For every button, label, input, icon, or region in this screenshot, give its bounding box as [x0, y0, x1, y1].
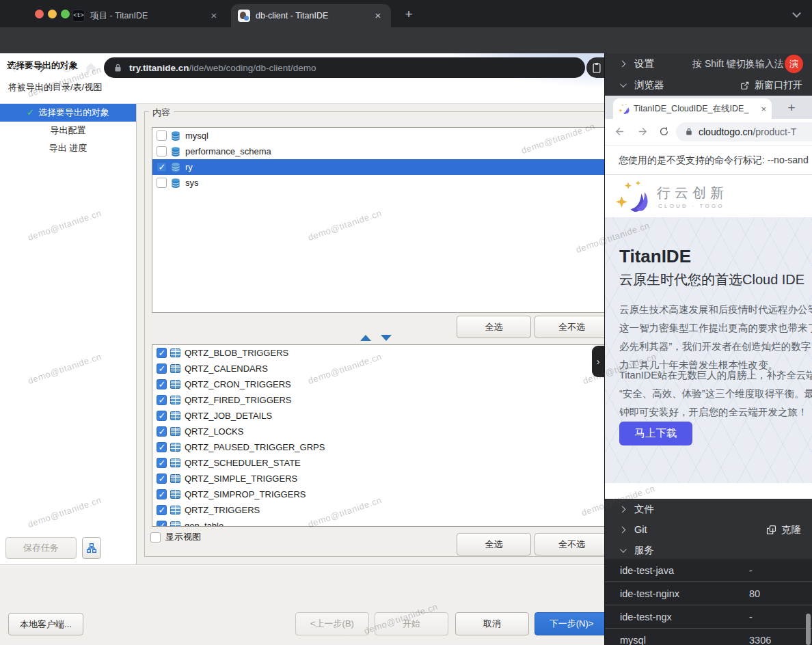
- new-tab-button[interactable]: +: [783, 99, 800, 117]
- task-tree-button[interactable]: [82, 537, 101, 559]
- select-all-schemas-button[interactable]: 全选: [457, 316, 531, 338]
- table-icon: [170, 427, 180, 436]
- services-section-row[interactable]: 服务: [605, 540, 812, 560]
- home-icon[interactable]: [84, 61, 98, 74]
- checkbox-checked[interactable]: [157, 348, 167, 358]
- arrow-down-icon[interactable]: [381, 335, 392, 341]
- schema-row[interactable]: performance_schema: [152, 143, 608, 159]
- clone-button[interactable]: 克隆: [766, 523, 801, 536]
- brand-subtitle: CLOUD · TOGO: [658, 203, 725, 209]
- schema-name: ry: [185, 162, 193, 172]
- demo-badge[interactable]: 演: [785, 55, 803, 73]
- tab-db-client[interactable]: db-client - TitanIDE ×: [231, 4, 391, 27]
- service-name: ide-test-nginx: [620, 588, 679, 599]
- local-client-button[interactable]: 本地客户端...: [8, 613, 83, 635]
- select-none-schemas-button[interactable]: 全不选: [534, 316, 609, 338]
- schema-row[interactable]: sys: [152, 175, 608, 191]
- reload-icon[interactable]: [60, 61, 74, 74]
- checkbox-checked[interactable]: [157, 458, 167, 468]
- ide-sections: 文件 Git 克隆 服务 ide-test-java - ide-test: [605, 499, 812, 645]
- checkbox-checked[interactable]: [157, 162, 167, 172]
- table-name: gen_table: [185, 521, 224, 527]
- table-row[interactable]: QRTZ_BLOB_TRIGGERS: [152, 345, 608, 361]
- wizard-steps: ✓选择要导出的对象 导出配置 导出 进度 保存任务: [0, 104, 137, 564]
- clipboard-icon[interactable]: [591, 61, 603, 74]
- table-icon: [170, 443, 180, 452]
- checkbox-checked[interactable]: [157, 411, 167, 421]
- new-tab-button[interactable]: +: [401, 6, 417, 23]
- table-row[interactable]: QRTZ_LOCKS: [152, 424, 608, 439]
- schema-row-selected[interactable]: ry: [152, 159, 608, 175]
- checkbox-checked[interactable]: [157, 426, 167, 437]
- table-name: QRTZ_CALENDARS: [185, 363, 268, 374]
- next-button[interactable]: 下一步(N)>: [534, 612, 608, 635]
- reload-icon[interactable]: [658, 126, 670, 137]
- embedded-address-bar[interactable]: cloudtogo.cn/product-T: [676, 122, 812, 141]
- cancel-button[interactable]: 取消: [455, 612, 529, 635]
- close-icon[interactable]: ×: [761, 104, 766, 114]
- table-row[interactable]: QRTZ_PAUSED_TRIGGER_GRPS: [152, 439, 608, 455]
- forward-icon[interactable]: [637, 126, 649, 137]
- checkbox-checked[interactable]: [157, 474, 167, 484]
- select-all-tables-button[interactable]: 全选: [457, 533, 531, 555]
- checkbox-checked[interactable]: [157, 442, 167, 452]
- back-button[interactable]: <上一步(B): [295, 612, 369, 635]
- table-name: QRTZ_PAUSED_TRIGGER_GRPS: [185, 442, 325, 452]
- service-row[interactable]: ide-test-java -: [605, 559, 812, 582]
- files-section-row[interactable]: 文件: [605, 499, 812, 519]
- brand-name: 行云创新: [657, 184, 728, 202]
- git-section-row[interactable]: Git 克隆: [605, 519, 812, 540]
- forward-icon[interactable]: [34, 61, 48, 74]
- scrollbar-thumb[interactable]: [806, 614, 811, 645]
- table-row[interactable]: QRTZ_SIMPLE_TRIGGERS: [152, 471, 608, 486]
- close-icon[interactable]: ×: [208, 10, 220, 22]
- embedded-toolbar: cloudtogo.cn/product-T: [605, 119, 812, 145]
- checkbox[interactable]: [157, 178, 167, 188]
- table-row[interactable]: QRTZ_FIRED_TRIGGERS: [152, 392, 608, 408]
- checkbox[interactable]: [157, 131, 167, 141]
- checkbox-checked[interactable]: [157, 521, 167, 527]
- checkbox[interactable]: [157, 146, 167, 156]
- url-path: /ide/web/coding/db-client/demo: [189, 63, 316, 73]
- service-row[interactable]: ide-test-nginx 80: [605, 582, 812, 605]
- table-row[interactable]: QRTZ_CALENDARS: [152, 361, 608, 376]
- schema-row[interactable]: mysql: [152, 128, 608, 143]
- checkbox-checked[interactable]: [157, 489, 167, 499]
- save-task-button[interactable]: 保存任务: [5, 537, 77, 559]
- splitter-sash[interactable]: [360, 335, 392, 341]
- embedded-tab[interactable]: TitanIDE_CloudIDE_在线IDE_ ×: [613, 98, 772, 119]
- start-button[interactable]: 开始: [375, 612, 448, 635]
- table-row[interactable]: QRTZ_JOB_DETAILS: [152, 408, 608, 424]
- table-row[interactable]: QRTZ_SCHEDULER_STATE: [152, 455, 608, 471]
- service-row[interactable]: ide-test-ngx -: [605, 605, 812, 629]
- checkbox-checked[interactable]: [157, 379, 167, 389]
- table-row[interactable]: QRTZ_CRON_TRIGGERS: [152, 376, 608, 392]
- arrow-up-icon[interactable]: [360, 335, 371, 341]
- open-new-window-button[interactable]: 新窗口打开: [740, 79, 802, 92]
- checkbox-checked[interactable]: [157, 505, 167, 515]
- back-icon[interactable]: [614, 126, 625, 137]
- service-row[interactable]: mysql 3306: [605, 629, 812, 645]
- table-row[interactable]: gen_table: [152, 518, 608, 527]
- checkbox-checked[interactable]: [157, 395, 167, 405]
- close-window-button[interactable]: [35, 10, 44, 18]
- browser-section-row[interactable]: 浏览器 新窗口打开: [605, 74, 812, 96]
- embedded-tab-strip: TitanIDE_CloudIDE_在线IDE_ × +: [605, 96, 812, 119]
- download-button[interactable]: 马上下载: [619, 422, 692, 445]
- address-bar[interactable]: try.titanide.cn/ide/web/coding/db-client…: [104, 57, 585, 78]
- tab-project[interactable]: <t> 项目 - TitanIDE ×: [66, 4, 227, 27]
- tab-strip: <t> 项目 - TitanIDE × db-client - TitanIDE…: [0, 0, 812, 27]
- show-views-row[interactable]: 显示视图: [150, 531, 201, 543]
- minimize-window-button[interactable]: [48, 10, 57, 18]
- table-row[interactable]: QRTZ_TRIGGERS: [152, 502, 608, 518]
- checkbox[interactable]: [150, 532, 161, 543]
- checkbox-checked[interactable]: [157, 363, 167, 374]
- close-icon[interactable]: ×: [372, 10, 384, 22]
- select-none-tables-button[interactable]: 全不选: [534, 533, 609, 555]
- chevron-down-icon[interactable]: [792, 9, 801, 18]
- back-icon[interactable]: [8, 61, 22, 74]
- panel-collapse-handle[interactable]: ›: [592, 346, 604, 377]
- browser-section-label: 浏览器: [634, 79, 664, 92]
- table-row[interactable]: QRTZ_SIMPROP_TRIGGERS: [152, 486, 608, 502]
- settings-row[interactable]: 设置 按 Shift 键切换输入法 演: [605, 53, 812, 74]
